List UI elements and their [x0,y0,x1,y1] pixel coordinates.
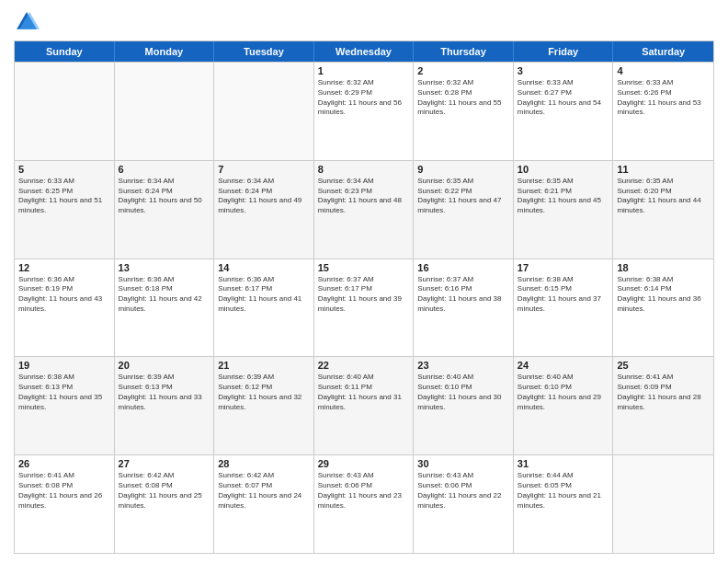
day-number: 4 [617,65,710,76]
calendar-header: SundayMondayTuesdayWednesdayThursdayFrid… [15,41,713,62]
day-info: Sunrise: 6:41 AM Sunset: 6:09 PM Dayligh… [617,373,710,412]
weekday-header-saturday: Saturday [613,41,713,62]
day-info: Sunrise: 6:39 AM Sunset: 6:13 PM Dayligh… [119,373,210,412]
day-number: 5 [18,164,110,175]
weekday-header-wednesday: Wednesday [314,41,415,62]
day-cell-7: 7Sunrise: 6:34 AM Sunset: 6:24 PM Daylig… [214,161,314,259]
day-info: Sunrise: 6:35 AM Sunset: 6:21 PM Dayligh… [518,177,609,216]
day-info: Sunrise: 6:38 AM Sunset: 6:13 PM Dayligh… [18,373,110,412]
day-number: 22 [318,360,410,371]
day-number: 28 [218,458,310,469]
page: SundayMondayTuesdayWednesdayThursdayFrid… [0,0,728,563]
day-cell-10: 10Sunrise: 6:35 AM Sunset: 6:21 PM Dayli… [514,161,614,259]
day-info: Sunrise: 6:33 AM Sunset: 6:26 PM Dayligh… [617,78,710,118]
day-info: Sunrise: 6:32 AM Sunset: 6:29 PM Dayligh… [318,78,410,118]
day-info: Sunrise: 6:34 AM Sunset: 6:23 PM Dayligh… [318,177,410,216]
day-cell-18: 18Sunrise: 6:38 AM Sunset: 6:14 PM Dayli… [613,259,713,357]
day-cell-14: 14Sunrise: 6:36 AM Sunset: 6:17 PM Dayli… [214,259,314,357]
day-number: 30 [417,458,509,469]
day-number: 15 [318,262,410,273]
day-number: 17 [518,262,609,273]
day-cell-8: 8Sunrise: 6:34 AM Sunset: 6:23 PM Daylig… [314,161,415,259]
day-info: Sunrise: 6:33 AM Sunset: 6:25 PM Dayligh… [18,177,110,216]
day-info: Sunrise: 6:40 AM Sunset: 6:10 PM Dayligh… [417,373,509,412]
weekday-header-sunday: Sunday [15,41,115,62]
weekday-header-monday: Monday [115,41,215,62]
day-number: 6 [119,164,210,175]
day-info: Sunrise: 6:34 AM Sunset: 6:24 PM Dayligh… [119,177,210,216]
day-number: 21 [218,360,310,371]
weekday-header-tuesday: Tuesday [214,41,314,62]
day-cell-27: 27Sunrise: 6:42 AM Sunset: 6:08 PM Dayli… [115,455,215,553]
day-info: Sunrise: 6:42 AM Sunset: 6:07 PM Dayligh… [218,471,310,511]
day-cell-11: 11Sunrise: 6:35 AM Sunset: 6:20 PM Dayli… [613,161,713,259]
day-info: Sunrise: 6:44 AM Sunset: 6:05 PM Dayligh… [518,471,609,511]
day-number: 16 [417,262,509,273]
calendar-row-1: 5Sunrise: 6:33 AM Sunset: 6:25 PM Daylig… [15,160,713,259]
day-info: Sunrise: 6:40 AM Sunset: 6:11 PM Dayligh… [318,373,410,412]
empty-cell-0-0 [15,63,115,160]
day-number: 2 [417,65,509,76]
day-cell-19: 19Sunrise: 6:38 AM Sunset: 6:13 PM Dayli… [15,357,115,454]
day-number: 27 [119,458,210,469]
day-number: 23 [417,360,509,371]
day-cell-22: 22Sunrise: 6:40 AM Sunset: 6:11 PM Dayli… [314,357,415,454]
day-cell-21: 21Sunrise: 6:39 AM Sunset: 6:12 PM Dayli… [214,357,314,454]
day-info: Sunrise: 6:38 AM Sunset: 6:14 PM Dayligh… [617,275,710,315]
day-cell-9: 9Sunrise: 6:35 AM Sunset: 6:22 PM Daylig… [414,161,514,259]
day-cell-13: 13Sunrise: 6:36 AM Sunset: 6:18 PM Dayli… [115,259,215,357]
day-cell-17: 17Sunrise: 6:38 AM Sunset: 6:15 PM Dayli… [514,259,614,357]
day-number: 12 [18,262,110,273]
day-cell-6: 6Sunrise: 6:34 AM Sunset: 6:24 PM Daylig… [115,161,215,259]
day-number: 26 [18,458,110,469]
day-info: Sunrise: 6:35 AM Sunset: 6:22 PM Dayligh… [417,177,509,216]
day-info: Sunrise: 6:43 AM Sunset: 6:06 PM Dayligh… [318,471,410,511]
day-number: 7 [218,164,310,175]
day-number: 11 [617,164,710,175]
empty-cell-4-6 [613,455,713,553]
day-number: 29 [318,458,410,469]
weekday-header-friday: Friday [514,41,614,62]
day-cell-4: 4Sunrise: 6:33 AM Sunset: 6:26 PM Daylig… [613,63,713,160]
day-cell-30: 30Sunrise: 6:43 AM Sunset: 6:06 PM Dayli… [414,455,514,553]
day-number: 14 [218,262,310,273]
empty-cell-0-1 [115,63,215,160]
day-number: 3 [518,65,609,76]
logo [14,9,43,35]
calendar: SundayMondayTuesdayWednesdayThursdayFrid… [14,40,714,554]
day-cell-24: 24Sunrise: 6:40 AM Sunset: 6:10 PM Dayli… [514,357,614,454]
day-cell-26: 26Sunrise: 6:41 AM Sunset: 6:08 PM Dayli… [15,455,115,553]
calendar-row-4: 26Sunrise: 6:41 AM Sunset: 6:08 PM Dayli… [15,454,713,553]
calendar-row-0: 1Sunrise: 6:32 AM Sunset: 6:29 PM Daylig… [15,62,713,160]
day-cell-29: 29Sunrise: 6:43 AM Sunset: 6:06 PM Dayli… [314,455,415,553]
day-cell-15: 15Sunrise: 6:37 AM Sunset: 6:17 PM Dayli… [314,259,415,357]
day-cell-16: 16Sunrise: 6:37 AM Sunset: 6:16 PM Dayli… [414,259,514,357]
day-info: Sunrise: 6:36 AM Sunset: 6:19 PM Dayligh… [18,275,110,315]
day-number: 1 [318,65,410,76]
day-cell-31: 31Sunrise: 6:44 AM Sunset: 6:05 PM Dayli… [514,455,614,553]
day-cell-28: 28Sunrise: 6:42 AM Sunset: 6:07 PM Dayli… [214,455,314,553]
day-number: 13 [119,262,210,273]
day-cell-3: 3Sunrise: 6:33 AM Sunset: 6:27 PM Daylig… [514,63,614,160]
day-info: Sunrise: 6:34 AM Sunset: 6:24 PM Dayligh… [218,177,310,216]
day-number: 10 [518,164,609,175]
day-number: 24 [518,360,609,371]
day-number: 9 [417,164,509,175]
header [14,9,714,35]
logo-icon [14,9,40,35]
day-cell-5: 5Sunrise: 6:33 AM Sunset: 6:25 PM Daylig… [15,161,115,259]
day-info: Sunrise: 6:33 AM Sunset: 6:27 PM Dayligh… [518,78,609,118]
day-info: Sunrise: 6:32 AM Sunset: 6:28 PM Dayligh… [417,78,509,118]
calendar-body: 1Sunrise: 6:32 AM Sunset: 6:29 PM Daylig… [15,62,713,553]
day-cell-23: 23Sunrise: 6:40 AM Sunset: 6:10 PM Dayli… [414,357,514,454]
day-number: 31 [518,458,609,469]
day-info: Sunrise: 6:42 AM Sunset: 6:08 PM Dayligh… [119,471,210,511]
day-info: Sunrise: 6:36 AM Sunset: 6:18 PM Dayligh… [119,275,210,315]
day-number: 8 [318,164,410,175]
day-info: Sunrise: 6:41 AM Sunset: 6:08 PM Dayligh… [18,471,110,511]
day-number: 19 [18,360,110,371]
day-info: Sunrise: 6:43 AM Sunset: 6:06 PM Dayligh… [417,471,509,511]
day-info: Sunrise: 6:38 AM Sunset: 6:15 PM Dayligh… [518,275,609,315]
day-cell-12: 12Sunrise: 6:36 AM Sunset: 6:19 PM Dayli… [15,259,115,357]
day-cell-20: 20Sunrise: 6:39 AM Sunset: 6:13 PM Dayli… [115,357,215,454]
